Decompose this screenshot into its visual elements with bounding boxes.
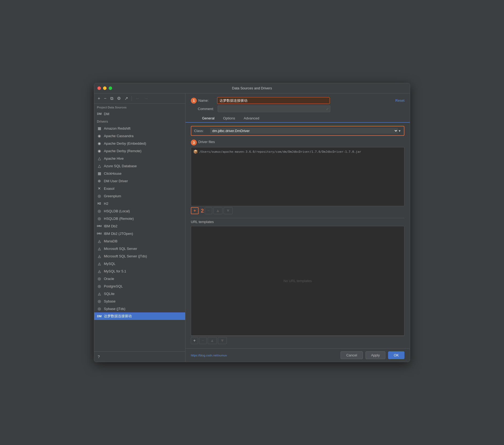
sidebar-item-dm-user-driver[interactable]: ⊕ DM User Driver [94,177,185,185]
name-input[interactable] [217,97,330,104]
url-up-button[interactable]: ▲ [208,337,217,344]
apply-button[interactable]: Apply [366,351,386,359]
driver-files-list: 📦 /Users/oumuv/apache-maven-3.6.0/reposi… [191,147,404,206]
h2-label: H2 [104,202,108,206]
sidebar-item-oracle[interactable]: ◎ Oracle [94,275,185,282]
move-down-button[interactable]: ▼ [224,207,233,214]
reset-link[interactable]: Reset [392,99,404,103]
sidebar-item-exasol[interactable]: ✕ Exasol [94,185,185,192]
ms-sql-server-icon: ◬ [97,246,102,251]
add-file-button[interactable]: + [191,207,199,214]
driver-file-item[interactable]: 📦 /Users/oumuv/apache-maven-3.6.0/reposi… [191,148,404,155]
ok-button[interactable]: OK [388,351,404,359]
mysql-51-label: MySQL for 5.1 [104,269,126,273]
no-templates-text: No URL templates [283,279,312,283]
sidebar-item-sqlite[interactable]: ◬ SQLite [94,290,185,297]
sidebar: + − ⧉ ⚙ ↗ ← → Project Data Sources DM DM… [94,93,185,362]
sidebar-item-ms-sql-server-jtds[interactable]: ◬ Microsoft SQL Server (jTds) [94,252,185,260]
add-button[interactable]: + [96,95,101,102]
sidebar-item-hsqldb-local[interactable]: ◎ HSQLDB (Local) [94,207,185,215]
sidebar-item-postgresql[interactable]: ◎ PostgreSQL [94,282,185,290]
sidebar-item-ms-sql-server[interactable]: ◬ Microsoft SQL Server [94,245,185,252]
export-button[interactable]: ↗ [123,95,129,102]
greenplum-icon: ◎ [97,194,102,198]
annotation-1-badge: 1 [191,98,197,104]
amazon-redshift-label: Amazon Redshift [104,126,130,130]
mysql-icon: ◬ [97,261,102,266]
maximize-button[interactable] [109,86,112,90]
sidebar-item-mysql[interactable]: ◬ MySQL [94,260,185,267]
sidebar-item-apache-hive[interactable]: △ Apache Hive [94,155,185,162]
help-button[interactable]: ? [96,354,101,360]
amazon-redshift-icon: ▦ [97,126,102,131]
sidebar-item-greenplum[interactable]: ◎ Greenplum [94,192,185,200]
sidebar-item-apache-derby-embedded[interactable]: ◉ Apache Derby (Embedded) [94,140,185,147]
tab-options[interactable]: Options [219,114,239,123]
apache-derby-embedded-icon: ◉ [97,141,102,146]
url-templates-header: URL templates [191,218,404,225]
remove-file-button[interactable]: − [205,207,212,214]
add-url-button[interactable]: + [191,337,198,344]
sidebar-item-amazon-redshift[interactable]: ▦ Amazon Redshift [94,125,185,132]
sidebar-item-mariadb[interactable]: ◬ MariaDB [94,237,185,245]
class-dropdown-arrow-icon: ▼ [398,129,401,133]
sidebar-item-azure-sql[interactable]: △ Azure SQL Database [94,162,185,170]
url-templates-area: No URL templates [191,226,404,336]
main-dialog: Data Sources and Drivers + − ⧉ ⚙ ↗ ← → P… [94,83,410,362]
sidebar-item-apache-cassandra[interactable]: ◉ Apache Cassandra [94,132,185,140]
comment-row: Comment: ⤢ [185,105,410,112]
sqlite-icon: ◬ [97,291,102,296]
dm-datasource-icon: DM [97,111,102,116]
titlebar: Data Sources and Drivers [94,83,410,93]
tab-general[interactable]: General [198,114,219,123]
hsqldb-local-icon: ◎ [97,209,102,213]
exasol-label: Exasol [104,187,114,191]
sidebar-item-hsqldb-remote[interactable]: ◎ HSQLDB (Remote) [94,215,185,222]
comment-label: Comment: [198,107,218,111]
sidebar-item-ibm-db2[interactable]: DB2 IBM Db2 [94,222,185,230]
sidebar-item-sybase[interactable]: ◎ Sybase [94,297,185,305]
close-button[interactable] [97,86,101,90]
remove-button[interactable]: − [103,95,108,102]
sidebar-item-ibm-db2-jtopen[interactable]: DB2 IBM Db2 (JTOpen) [94,230,185,237]
forward-button[interactable]: → [143,95,150,102]
comment-input[interactable] [218,105,330,112]
drivers-section-header: Drivers [94,118,185,125]
tabs-bar: General Options Advanced [185,114,410,123]
files-toolbar: + 2 − ▲ ▼ [191,206,404,215]
postgresql-label: PostgreSQL [104,284,123,288]
annotation-3-badge: 3 [191,140,197,145]
dm-datasource-label: DM [104,112,109,116]
clickhouse-label: ClickHouse [104,172,122,176]
driver-file-path: /Users/oumuv/apache-maven-3.6.0/reposito… [199,150,361,154]
sidebar-item-mysql-51[interactable]: ◬ MySQL for 5.1 [94,267,185,275]
exasol-icon: ✕ [97,186,102,191]
window-title: Data Sources and Drivers [232,86,272,90]
remove-url-button[interactable]: − [199,337,206,344]
sidebar-item-clickhouse[interactable]: ▦ ClickHouse [94,170,185,177]
sidebar-item-apache-derby-remote[interactable]: ◉ Apache Derby (Remote) [94,147,185,155]
copy-button[interactable]: ⧉ [109,95,115,102]
url-down-button[interactable]: ▼ [218,337,227,344]
class-select[interactable]: dm.jdbc.driver.DmDriver [210,128,398,134]
sidebar-item-sybase-jtds[interactable]: ◎ Sybase (jTds) [94,305,185,312]
class-label: Class: [194,129,210,133]
sidebar-item-dm-datasource[interactable]: DM DM [94,110,185,118]
jar-file-icon: 📦 [193,149,198,154]
ibm-db2-jtopen-label: IBM Db2 (JTOpen) [104,232,133,236]
sidebar-item-h2[interactable]: H2 H2 [94,200,185,207]
tab-advanced[interactable]: Advanced [239,114,264,123]
class-row: Class: dm.jdbc.driver.DmDriver ▼ [191,126,404,136]
cancel-button[interactable]: Cancel [341,351,363,359]
back-button[interactable]: ← [134,95,141,102]
move-up-button[interactable]: ▲ [213,207,222,214]
minimize-button[interactable] [103,86,107,90]
sidebar-item-dameng[interactable]: DM 达梦数据连接驱动 [94,312,185,320]
sidebar-scroll: Project Data Sources DM DM Drivers ▦ Ama… [94,104,185,351]
settings-button[interactable]: ⚙ [116,95,122,102]
h2-icon: H2 [97,201,102,206]
footer-link[interactable]: https://blog.csdn.net/oumuv [191,354,227,357]
ms-sql-server-jtds-icon: ◬ [97,254,102,258]
apache-hive-icon: △ [97,156,102,161]
ibm-db2-label: IBM Db2 [104,224,118,228]
